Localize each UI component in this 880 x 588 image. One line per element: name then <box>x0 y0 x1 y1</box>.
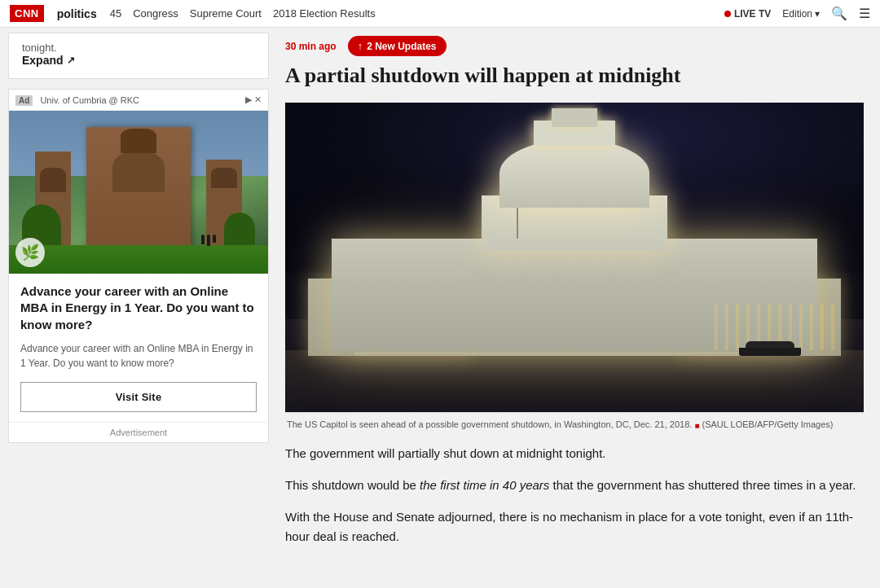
main-content: 30 min ago ↑ 2 New Updates A partial shu… <box>277 28 880 575</box>
expand-label: Expand <box>22 54 64 67</box>
chevron-down-icon: ▾ <box>815 8 820 20</box>
ad-image: 🌿 <box>9 111 268 274</box>
caption-credit: (SAUL LOEB/AFP/Getty Images) <box>702 419 834 429</box>
sidebar: tonight. Expand ↗ Ad Univ. of Cumbria @ … <box>0 28 277 575</box>
ad-footer: Advertisement <box>9 422 268 442</box>
cap-reflection <box>285 350 864 412</box>
article-body: The government will partially shut down … <box>285 444 864 547</box>
ad-label-area: Ad Univ. of Cumbria @ RKC <box>15 95 139 105</box>
live-tv-button[interactable]: LIVE TV <box>724 8 771 20</box>
edition-selector[interactable]: Edition ▾ <box>782 8 820 20</box>
expand-button[interactable]: Expand ↗ <box>22 54 255 67</box>
ad-close-controls[interactable]: ▶ ✕ <box>245 94 262 105</box>
cnn-logo[interactable]: CNN <box>10 5 44 22</box>
search-icon[interactable]: 🔍 <box>831 6 847 21</box>
article-image-container: The US Capitol is seen ahead of a possib… <box>285 103 864 437</box>
ad-body-text: Advance your career with an Online MBA i… <box>20 341 257 371</box>
body-text-2-italic: the first time in 40 years <box>420 478 549 492</box>
cap-car <box>746 341 794 356</box>
image-caption: The US Capitol is seen ahead of a possib… <box>285 412 864 437</box>
nav-links: 45 Congress Supreme Court 2018 Election … <box>110 7 376 20</box>
ad-building-tower <box>121 129 157 153</box>
ad-tree-2 <box>224 213 255 245</box>
badge-count: 2 New Updates <box>367 41 436 52</box>
top-navigation: CNN politics 45 Congress Supreme Court 2… <box>0 0 880 28</box>
nav-link-election-results[interactable]: 2018 Election Results <box>273 7 376 20</box>
cap-flagpole <box>517 208 518 239</box>
cap-dome <box>499 139 650 208</box>
ad-cta-button[interactable]: Visit Site <box>20 382 257 412</box>
capitol-image <box>285 103 864 412</box>
ad-grass <box>9 245 268 274</box>
ad-people <box>201 235 216 246</box>
ad-tower-left-cap <box>40 168 66 192</box>
nav-link-supreme-court[interactable]: Supreme Court <box>190 7 262 20</box>
edition-label: Edition <box>782 8 812 20</box>
body-paragraph-3: With the House and Senate adjourned, the… <box>285 507 864 548</box>
expand-teaser: tonight. <box>22 42 255 54</box>
nav-section[interactable]: politics <box>57 7 97 20</box>
updates-badge[interactable]: ↑ 2 New Updates <box>348 36 447 56</box>
ad-brand-logo: 🌿 <box>15 238 45 267</box>
nav-number[interactable]: 45 <box>110 7 121 20</box>
ad-headline: Advance your career with an Online MBA i… <box>20 283 257 333</box>
expand-box: tonight. Expand ↗ <box>8 33 269 79</box>
ad-header: Ad Univ. of Cumbria @ RKC ▶ ✕ <box>9 90 268 111</box>
nav-right: LIVE TV Edition ▾ 🔍 ☰ <box>724 6 870 21</box>
ad-content: Advance your career with an Online MBA i… <box>9 274 268 422</box>
page-layout: tonight. Expand ↗ Ad Univ. of Cumbria @ … <box>0 28 880 575</box>
article-timestamp: 30 min ago <box>285 41 337 52</box>
cap-statue <box>552 108 598 127</box>
leaf-icon: 🌿 <box>21 244 39 261</box>
body-text-2-after: that the government has shuttered three … <box>549 478 856 492</box>
body-text-1: The government will partially shut down … <box>285 446 606 460</box>
expand-arrow-icon: ↗ <box>67 55 75 66</box>
advertisement-box: Ad Univ. of Cumbria @ RKC ▶ ✕ <box>8 89 269 443</box>
caption-text: The US Capitol is seen ahead of a possib… <box>287 419 692 429</box>
live-tv-label: LIVE TV <box>734 8 771 20</box>
badge-up-arrow: ↑ <box>358 40 363 52</box>
menu-icon[interactable]: ☰ <box>859 6 870 21</box>
body-text-3: With the House and Senate adjourned, the… <box>285 510 853 544</box>
live-indicator <box>724 11 731 17</box>
ad-title: Univ. of Cumbria @ RKC <box>40 95 139 105</box>
article-title: A partial shutdown will happen at midnig… <box>285 63 864 90</box>
body-text-2-before: This shutdown would be <box>285 478 420 492</box>
ad-tower-right-cap <box>211 168 237 188</box>
body-paragraph-2: This shutdown would be the first time in… <box>285 476 864 496</box>
caption-source-icon: ■ <box>694 420 699 429</box>
article-meta: 30 min ago ↑ 2 New Updates <box>285 36 864 56</box>
nav-link-congress[interactable]: Congress <box>133 7 178 20</box>
body-paragraph-1: The government will partially shut down … <box>285 444 864 464</box>
ad-label: Ad <box>15 95 33 106</box>
ad-building-dome <box>112 151 165 192</box>
